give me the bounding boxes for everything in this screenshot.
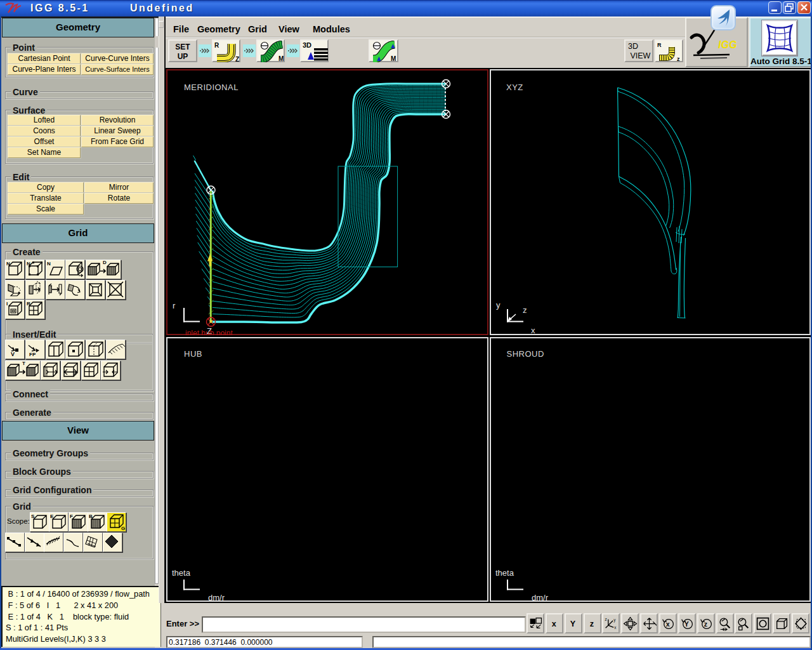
svg-text:G: G — [121, 526, 125, 531]
svg-text:r: r — [173, 301, 176, 310]
svg-text:dm/r: dm/r — [532, 593, 549, 602]
svg-text:x: x — [615, 625, 617, 630]
svg-text:Y: Y — [570, 620, 575, 628]
svg-text:M: M — [278, 55, 284, 62]
svg-text:FP: FP — [29, 352, 36, 357]
svg-text:N: N — [47, 261, 51, 267]
svg-text:x: x — [552, 620, 556, 628]
svg-text:x: x — [666, 620, 670, 628]
svg-text:R: R — [27, 301, 30, 307]
svg-text:B: B — [89, 514, 93, 519]
svg-text:N: N — [6, 261, 10, 267]
svg-text:T: T — [22, 361, 25, 366]
svg-text:x: x — [531, 326, 535, 335]
svg-text:Y: Y — [684, 620, 689, 628]
svg-text:dm/r: dm/r — [208, 593, 225, 602]
svg-text:M: M — [391, 55, 396, 62]
svg-text:V: V — [11, 351, 15, 357]
svg-text:D: D — [103, 260, 107, 265]
svg-text:y: y — [496, 300, 501, 310]
svg-text:z: z — [704, 620, 707, 628]
svg-text:y: y — [614, 618, 617, 623]
svg-text:theta: theta — [495, 568, 514, 578]
svg-text:3D: 3D — [303, 41, 311, 49]
svg-text:R: R — [657, 42, 662, 48]
svg-text:inlet hub point: inlet hub point — [185, 329, 233, 335]
svg-text:z: z — [589, 620, 593, 628]
svg-text:XYZ: XYZ — [506, 83, 523, 92]
svg-text:I: I — [6, 301, 8, 307]
svg-text:R: R — [214, 42, 219, 49]
svg-text:theta: theta — [172, 568, 191, 578]
svg-text:z: z — [523, 305, 527, 315]
svg-text:S: S — [31, 514, 35, 519]
svg-text:F: F — [70, 514, 73, 519]
svg-text:MERIDIONAL: MERIDIONAL — [184, 83, 239, 92]
svg-text:z: z — [677, 56, 680, 62]
svg-text:IGG: IGG — [718, 39, 737, 50]
svg-text:Z: Z — [235, 56, 239, 62]
svg-text:E: E — [50, 514, 54, 519]
svg-text:z: z — [605, 617, 607, 621]
